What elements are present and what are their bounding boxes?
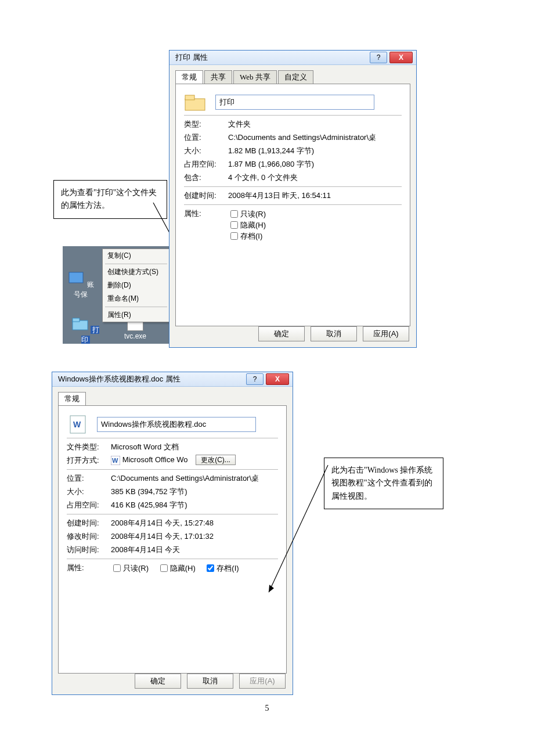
svg-rect-6 [185, 95, 194, 100]
svg-rect-2 [69, 272, 83, 283]
tab-custom[interactable]: 自定义 [278, 70, 313, 84]
svg-rect-4 [73, 318, 80, 322]
label-attributes: 属性: [184, 208, 228, 242]
label-contains: 包含: [184, 172, 228, 183]
context-menu: 复制(C) 创建快捷方式(S) 删除(D) 重命名(M) 属性(R) [102, 249, 170, 322]
checkbox-hidden[interactable]: 隐藏(H) [228, 219, 266, 231]
word-doc-icon: W [69, 415, 89, 434]
checkbox-readonly[interactable]: 只读(R) [111, 563, 149, 574]
value-size: 385 KB (394,752 字节) [111, 487, 278, 497]
label-location: 位置: [67, 473, 111, 484]
dialog-file-properties: Windows操作系统视图教程.doc 属性 ? X 常规 W Windows操… [52, 372, 293, 695]
label-created: 创建时间: [67, 518, 111, 528]
dialog-folder-properties: 打印 属性 ? X 常规 共享 Web 共享 自定义 打印 类型:文件夹 位置:… [169, 50, 417, 348]
value-modified: 2008年4月14日 今天, 17:01:32 [111, 531, 278, 542]
ok-button[interactable]: 确定 [258, 326, 305, 341]
value-disk: 1.87 MB (1,966,080 字节) [228, 159, 402, 170]
value-filetype: Microsoft Word 文档 [111, 442, 278, 452]
label-filetype: 文件类型: [67, 442, 111, 452]
close-button[interactable]: X [389, 52, 413, 63]
icon-label: tvc.exe [124, 332, 146, 340]
ctx-delete[interactable]: 删除(D) [103, 279, 169, 292]
value-location: C:\Documents and Settings\Administrator\… [111, 473, 278, 484]
panel-general: W Windows操作系统视图教程.doc 文件类型:Microsoft Wor… [58, 405, 287, 674]
tab-general[interactable]: 常规 [175, 70, 203, 84]
label-created: 创建时间: [184, 190, 228, 201]
label-attributes: 属性: [67, 563, 111, 574]
cancel-button[interactable]: 取消 [187, 674, 233, 689]
callout-file-properties: 此为右击"Windows 操作系统视图教程"这个文件查看到的属性视图。 [324, 458, 443, 509]
svg-text:W: W [112, 457, 118, 464]
label-size: 大小: [184, 146, 228, 156]
tab-web-share[interactable]: Web 共享 [233, 70, 277, 84]
titlebar[interactable]: 打印 属性 ? X [169, 51, 416, 65]
checkbox-archive[interactable]: 存档(I) [204, 563, 239, 574]
close-button[interactable]: X [266, 373, 289, 385]
label-modified: 修改时间: [67, 531, 111, 542]
value-contains: 4 个文件, 0 个文件夹 [228, 172, 402, 183]
label-type: 类型: [184, 119, 228, 129]
desktop-icon-print-folder[interactable]: 打印 [71, 317, 100, 345]
apply-button[interactable]: 应用(A) [363, 326, 409, 341]
word-app-icon: W [111, 456, 120, 465]
checkbox-readonly[interactable]: 只读(R) [228, 208, 266, 219]
desktop-fragment: 账号保 打印 tvc.exe 复制(C) 创建快捷方式(S) 删除(D) 重命名… [63, 246, 169, 344]
ok-button[interactable]: 确定 [135, 674, 181, 689]
value-size: 1.82 MB (1,913,244 字节) [228, 146, 402, 156]
checkbox-hidden[interactable]: 隐藏(H) [158, 563, 196, 574]
desktop-icon-account[interactable]: 账号保 [66, 269, 95, 300]
label-location: 位置: [184, 132, 228, 143]
cancel-button[interactable]: 取消 [311, 326, 357, 341]
titlebar-title: Windows操作系统视图教程.doc 属性 [58, 374, 244, 384]
apply-button[interactable]: 应用(A) [239, 674, 286, 689]
value-openwith: Microsoft Office Wo [122, 455, 188, 464]
tabs: 常规 [58, 391, 287, 405]
tab-general[interactable]: 常规 [58, 392, 86, 405]
titlebar[interactable]: Windows操作系统视图教程.doc 属性 ? X [52, 372, 293, 387]
value-accessed: 2008年4月14日 今天 [111, 545, 278, 555]
label-size: 大小: [67, 487, 111, 497]
tabs: 常规 共享 Web 共享 自定义 [175, 70, 410, 84]
ctx-create-shortcut[interactable]: 创建快捷方式(S) [103, 265, 169, 279]
name-field[interactable]: 打印 [215, 95, 374, 110]
label-disk: 占用空间: [184, 159, 228, 170]
ctx-properties[interactable]: 属性(R) [103, 308, 169, 322]
help-button[interactable]: ? [370, 52, 387, 63]
label-openwith: 打开方式: [67, 455, 111, 466]
value-type: 文件夹 [228, 119, 402, 129]
titlebar-title: 打印 属性 [175, 52, 367, 63]
tab-share[interactable]: 共享 [204, 70, 232, 84]
label-disk: 占用空间: [67, 500, 111, 510]
panel-general: 打印 类型:文件夹 位置:C:\Documents and Settings\A… [175, 84, 410, 326]
name-field[interactable]: Windows操作系统视图教程.doc [97, 417, 256, 432]
callout-folder-properties: 此为查看"打印"这个文件夹的属性方法。 [53, 180, 167, 219]
change-openwith-button[interactable]: 更改(C)... [196, 455, 236, 465]
ctx-copy[interactable]: 复制(C) [103, 249, 169, 262]
value-created: 2008年4月14日 今天, 15:27:48 [111, 518, 278, 528]
ctx-rename[interactable]: 重命名(M) [103, 292, 169, 305]
value-created: 2008年4月13日 昨天, 16:54:11 [228, 190, 402, 201]
svg-text:W: W [73, 420, 81, 429]
label-accessed: 访问时间: [67, 545, 111, 555]
help-button[interactable]: ? [246, 373, 264, 385]
page-number: 5 [0, 704, 534, 713]
value-location: C:\Documents and Settings\Administrator\… [228, 132, 402, 143]
svg-rect-5 [185, 99, 205, 110]
checkbox-archive[interactable]: 存档(I) [228, 231, 262, 242]
folder-icon [184, 93, 207, 111]
value-disk: 416 KB (425,984 字节) [111, 500, 278, 510]
